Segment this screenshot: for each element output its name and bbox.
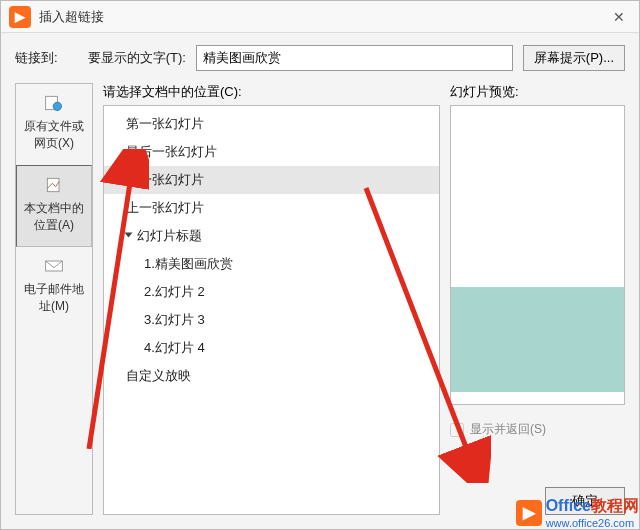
- titlebar: ▶ 插入超链接 ✕: [1, 1, 639, 33]
- screentip-button[interactable]: 屏幕提示(P)...: [523, 45, 625, 71]
- show-and-return-row[interactable]: 显示并返回(S): [450, 421, 625, 438]
- display-text-input[interactable]: [196, 45, 513, 71]
- sidebar-item-existing-file[interactable]: 原有文件或网页(X): [16, 84, 92, 165]
- list-item[interactable]: 下一张幻灯片: [104, 166, 439, 194]
- sidebar-item-email[interactable]: 电子邮件地址(M): [16, 247, 92, 328]
- envelope-icon: [44, 257, 64, 275]
- svg-point-1: [53, 102, 61, 110]
- dialog-title: 插入超链接: [39, 8, 599, 26]
- list-item[interactable]: 1.精美图画欣赏: [104, 250, 439, 278]
- ok-button[interactable]: 确定: [545, 487, 625, 515]
- show-and-return-label: 显示并返回(S): [470, 421, 546, 438]
- center-right-wrap: 请选择文档中的位置(C): 第一张幻灯片 最后一张幻灯片 下一张幻灯片 上一张幻…: [103, 83, 625, 515]
- slide-preview: [450, 105, 625, 405]
- list-item[interactable]: 最后一张幻灯片: [104, 138, 439, 166]
- close-button[interactable]: ✕: [599, 1, 639, 33]
- main-area: 原有文件或网页(X) 本文档中的位置(A) 电子邮件地址(M) 请选择文档中的位…: [1, 83, 639, 529]
- list-item[interactable]: 上一张幻灯片: [104, 194, 439, 222]
- top-row: 链接到: 要显示的文字(T): 屏幕提示(P)...: [1, 33, 639, 83]
- right-col: 幻灯片预览: 显示并返回(S) 确定: [450, 83, 625, 515]
- dialog-window: ▶ 插入超链接 ✕ 链接到: 要显示的文字(T): 屏幕提示(P)... 原有文…: [0, 0, 640, 530]
- expand-icon[interactable]: [125, 233, 133, 238]
- list-item[interactable]: 幻灯片标题: [104, 222, 439, 250]
- show-and-return-checkbox[interactable]: [450, 423, 464, 437]
- list-item[interactable]: 第一张幻灯片: [104, 110, 439, 138]
- list-item[interactable]: 4.幻灯片 4: [104, 334, 439, 362]
- document-place-icon: [44, 176, 64, 194]
- list-item[interactable]: 3.幻灯片 3: [104, 306, 439, 334]
- sidebar-item-label: 电子邮件地址(M): [24, 282, 84, 313]
- preview-label: 幻灯片预览:: [450, 83, 625, 101]
- globe-page-icon: [44, 94, 64, 112]
- link-to-label: 链接到:: [15, 49, 58, 67]
- list-item[interactable]: 2.幻灯片 2: [104, 278, 439, 306]
- location-list-label: 请选择文档中的位置(C):: [103, 83, 440, 101]
- app-icon: ▶: [9, 6, 31, 28]
- link-to-sidebar: 原有文件或网页(X) 本文档中的位置(A) 电子邮件地址(M): [15, 83, 93, 515]
- sidebar-item-label: 本文档中的位置(A): [24, 201, 84, 232]
- list-item[interactable]: 自定义放映: [104, 362, 439, 390]
- sidebar-item-place-in-doc[interactable]: 本文档中的位置(A): [16, 165, 92, 247]
- sidebar-item-label: 原有文件或网页(X): [24, 119, 84, 150]
- display-text-label: 要显示的文字(T):: [88, 49, 186, 67]
- center-col: 请选择文档中的位置(C): 第一张幻灯片 最后一张幻灯片 下一张幻灯片 上一张幻…: [103, 83, 440, 515]
- location-listbox[interactable]: 第一张幻灯片 最后一张幻灯片 下一张幻灯片 上一张幻灯片 幻灯片标题 1.精美图…: [103, 105, 440, 515]
- slide-thumbnail: [451, 287, 624, 392]
